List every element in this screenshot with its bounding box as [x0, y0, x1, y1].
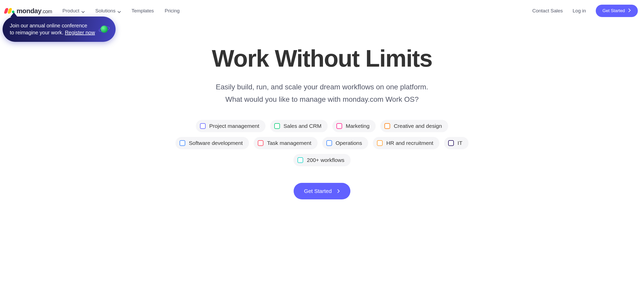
hero-title: Work Without Limits	[6, 45, 638, 72]
promo-line2: to reimagine your work. Register now	[10, 29, 95, 36]
category-label: 200+ workflows	[307, 157, 344, 163]
category-checkbox[interactable]	[336, 123, 342, 129]
category-checkbox[interactable]	[377, 140, 383, 146]
category-checkbox[interactable]	[326, 140, 332, 146]
nav-solutions[interactable]: Solutions	[95, 8, 121, 14]
nav-pricing-label: Pricing	[165, 8, 180, 14]
hero-cta-row: Get Started	[6, 183, 638, 199]
promo-line1: Join our annual online conference	[10, 22, 95, 29]
brand-name: monday	[17, 7, 42, 15]
chevron-down-icon	[118, 9, 121, 12]
category-pill[interactable]: IT	[444, 137, 469, 149]
brand-logo-text: monday.com	[17, 7, 52, 15]
hero-sub-line1: Easily build, run, and scale your dream …	[6, 81, 638, 93]
category-pill[interactable]: Project management	[196, 120, 265, 132]
category-label: Sales and CRM	[284, 123, 321, 129]
category-checkbox[interactable]	[297, 157, 303, 163]
category-label: Task management	[267, 140, 311, 146]
get-started-button-hero-label: Get Started	[304, 188, 332, 194]
hero-section: Work Without Limits Easily build, run, a…	[0, 22, 644, 210]
category-checkbox[interactable]	[258, 140, 263, 146]
promo-line2-prefix: to reimagine your work.	[10, 30, 65, 35]
category-checkbox[interactable]	[180, 140, 185, 146]
nav-pricing[interactable]: Pricing	[165, 8, 180, 14]
primary-nav: Product Solutions Templates Pricing	[62, 8, 180, 14]
category-label: HR and recruitment	[386, 140, 433, 146]
brand-ext: .com	[42, 9, 52, 14]
get-started-button-header[interactable]: Get Started	[596, 5, 638, 17]
nav-solutions-label: Solutions	[95, 8, 116, 14]
planet-icon	[99, 24, 110, 35]
category-pill[interactable]: Task management	[254, 137, 318, 149]
category-label: Creative and design	[394, 123, 442, 129]
category-pill[interactable]: Sales and CRM	[270, 120, 328, 132]
category-label: Project management	[209, 123, 259, 129]
category-label: IT	[457, 140, 462, 146]
category-pill[interactable]: 200+ workflows	[293, 154, 350, 166]
category-pill[interactable]: Operations	[322, 137, 368, 149]
hero-sub-line2: What would you like to manage with monda…	[6, 93, 638, 106]
category-pill[interactable]: HR and recruitment	[373, 137, 439, 149]
category-pill[interactable]: Creative and design	[380, 120, 448, 132]
category-pill[interactable]: Marketing	[332, 120, 376, 132]
category-checkbox[interactable]	[448, 140, 454, 146]
nav-templates-label: Templates	[132, 8, 154, 14]
promo-register-link[interactable]: Register now	[65, 30, 95, 35]
category-label: Marketing	[346, 123, 369, 129]
get-started-button-header-label: Get Started	[602, 8, 625, 13]
chevron-right-icon	[337, 188, 340, 194]
nav-templates[interactable]: Templates	[132, 8, 154, 14]
promo-banner[interactable]: Join our annual online conference to rei…	[3, 17, 116, 42]
chevron-right-icon	[628, 8, 631, 13]
category-pill-group: Project managementSales and CRMMarketing…	[159, 120, 485, 166]
hero-subtitle: Easily build, run, and scale your dream …	[6, 81, 638, 105]
category-pill[interactable]: Software development	[175, 137, 249, 149]
nav-product-label: Product	[62, 8, 79, 14]
category-label: Software development	[189, 140, 243, 146]
category-checkbox[interactable]	[384, 123, 390, 129]
secondary-nav: Contact Sales Log in Get Started	[532, 5, 638, 17]
category-checkbox[interactable]	[274, 123, 280, 129]
category-checkbox[interactable]	[200, 123, 206, 129]
nav-contact-sales[interactable]: Contact Sales	[532, 8, 563, 14]
get-started-button-hero[interactable]: Get Started	[294, 183, 350, 199]
chevron-down-icon	[82, 9, 85, 12]
nav-login[interactable]: Log in	[573, 8, 586, 14]
nav-product[interactable]: Product	[62, 8, 84, 14]
category-label: Operations	[336, 140, 362, 146]
